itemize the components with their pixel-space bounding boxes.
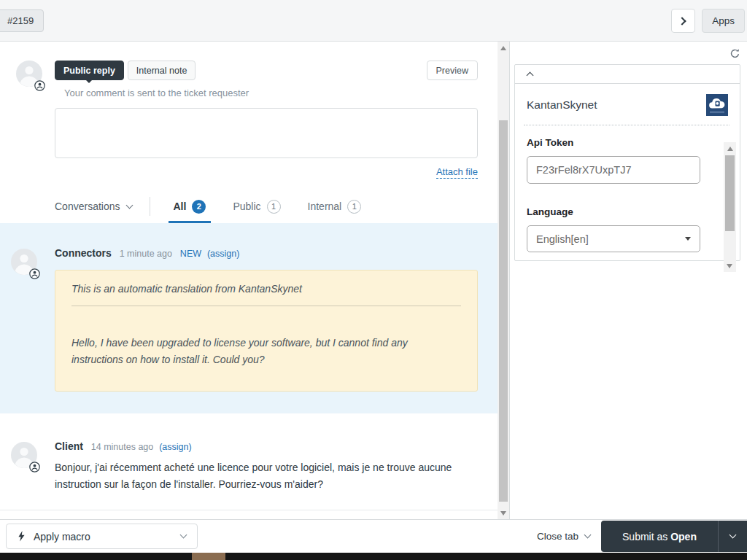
filter-internal[interactable]: Internal 1 <box>308 190 362 223</box>
content-area: Public reply Internal note Preview Your … <box>0 42 747 519</box>
submit-status: Open <box>670 531 697 542</box>
close-tab-label: Close tab <box>537 531 578 542</box>
chevron-right-icon <box>678 17 686 25</box>
translation-note: This is an automatic translation from Ka… <box>71 283 461 295</box>
preview-button[interactable]: Preview <box>427 61 478 80</box>
apply-macro-label: Apply macro <box>34 531 90 542</box>
scrollbar-thumb[interactable] <box>499 120 508 502</box>
composer-body: Public reply Internal note Preview Your … <box>55 61 478 178</box>
filter-public[interactable]: Public 1 <box>233 190 280 223</box>
divider <box>150 197 150 216</box>
filter-public-count-badge: 1 <box>267 200 281 214</box>
message-time: 1 minute ago <box>120 249 172 259</box>
expand-apps-button[interactable] <box>671 9 695 33</box>
refresh-icon[interactable] <box>729 48 740 62</box>
message-header: Client 14 minutes ago (assign) <box>55 440 478 454</box>
attach-row: Attach file <box>55 165 478 178</box>
topbar-actions: Apps <box>671 9 745 33</box>
conversations-filter-bar: Conversations All 2 Public 1 Internal <box>0 190 498 223</box>
top-bar: #2159 Apps <box>0 0 747 42</box>
conversations-dropdown[interactable]: Conversations <box>55 201 132 212</box>
message-text: Bonjour, j'ai récemment acheté une licen… <box>55 459 478 492</box>
comment-textarea[interactable] <box>55 108 478 158</box>
app-fields: Api Token Language English[en] <box>524 125 729 252</box>
submit-options-button[interactable] <box>718 521 747 552</box>
filter-tabs: All 2 Public 1 Internal 1 <box>174 190 362 223</box>
attach-file-link[interactable]: Attach file <box>436 166 478 179</box>
composer-hint: Your comment is sent to the ticket reque… <box>64 88 478 98</box>
scroll-up-arrow-icon[interactable] <box>727 147 733 151</box>
close-tab-dropdown[interactable]: Close tab <box>537 531 590 542</box>
end-user-badge-icon <box>29 268 40 279</box>
tab-public-reply[interactable]: Public reply <box>55 61 124 80</box>
panel-body: KantanSkynet Api Token Lang <box>515 84 740 252</box>
select-arrow-icon <box>685 237 691 241</box>
kantanskynet-panel: KantanSkynet Api Token Lang <box>514 64 740 261</box>
apps-button[interactable]: Apps <box>702 9 745 33</box>
chevron-down-icon <box>729 532 737 539</box>
message-author: Client <box>55 440 83 452</box>
filter-all-count-badge: 2 <box>192 200 206 214</box>
assign-link[interactable]: (assign) <box>159 442 191 452</box>
scrollbar-thumb[interactable] <box>725 155 735 231</box>
scroll-down-arrow-icon[interactable] <box>500 511 506 516</box>
divider <box>71 306 461 306</box>
end-user-badge-icon <box>29 462 40 472</box>
tab-internal-note[interactable]: Internal note <box>128 61 196 80</box>
message-author: Connectors <box>55 247 112 259</box>
filter-all[interactable]: All 2 <box>174 190 206 223</box>
panel-scrollbar[interactable] <box>724 142 736 272</box>
filter-public-label: Public <box>233 201 260 212</box>
filter-all-label: All <box>174 201 187 212</box>
reply-composer: Public reply Internal note Preview Your … <box>0 42 498 178</box>
scroll-down-arrow-icon[interactable] <box>727 264 732 268</box>
submit-as-open-button[interactable]: Submit as Open <box>601 521 718 552</box>
kantanskynet-logo-icon <box>706 94 728 116</box>
lightning-icon <box>18 531 26 542</box>
message-body: Connectors 1 minute ago NEW (assign) Thi… <box>55 247 478 392</box>
footer-actions: Close tab Submit as Open <box>537 521 747 552</box>
main-scrollbar[interactable] <box>498 42 509 519</box>
message-header: Connectors 1 minute ago NEW (assign) <box>55 247 478 260</box>
message-connectors: Connectors 1 minute ago NEW (assign) Thi… <box>0 223 498 413</box>
connectors-avatar <box>11 249 37 275</box>
submit-prefix: Submit as <box>622 531 667 542</box>
new-badge: NEW <box>180 249 201 259</box>
api-token-label: Api Token <box>527 137 700 148</box>
taskbar-segment <box>192 553 225 560</box>
scroll-up-arrow-icon[interactable] <box>500 46 506 50</box>
app-title: KantanSkynet <box>527 98 597 112</box>
bottom-taskbar-strip <box>0 553 747 560</box>
ticket-footer: Apply macro Close tab Submit as Open <box>0 519 747 553</box>
apps-sidebar: KantanSkynet Api Token Lang <box>509 42 747 519</box>
ticket-main-pane: Public reply Internal note Preview Your … <box>0 42 498 519</box>
api-token-input[interactable] <box>527 156 700 184</box>
client-avatar <box>11 442 37 468</box>
filter-internal-label: Internal <box>308 201 342 212</box>
agent-avatar <box>16 61 42 87</box>
conversations-label: Conversations <box>55 201 120 212</box>
translation-box: This is an automatic translation from Ka… <box>55 270 478 392</box>
end-user-badge-icon <box>34 80 45 91</box>
submit-split-button: Submit as Open <box>601 521 747 552</box>
composer-tabs: Public reply Internal note Preview <box>55 61 478 80</box>
assign-link[interactable]: (assign) <box>207 249 239 259</box>
message-time: 14 minutes ago <box>91 442 153 452</box>
message-body: Client 14 minutes ago (assign) Bonjour, … <box>55 440 478 492</box>
app-title-row: KantanSkynet <box>524 94 729 125</box>
language-label: Language <box>527 206 700 217</box>
language-select[interactable]: English[en] <box>527 225 700 252</box>
translated-text: Hello, I have been upgraded to license y… <box>71 335 461 368</box>
chevron-down-icon <box>180 532 187 539</box>
apply-macro-dropdown[interactable]: Apply macro <box>6 524 198 549</box>
language-selected-value: English[en] <box>536 233 589 245</box>
ticket-tab[interactable]: #2159 <box>0 9 44 32</box>
chevron-up-icon <box>527 72 534 79</box>
ticket-screen: #2159 Apps <box>0 0 747 560</box>
chevron-down-icon <box>125 201 133 209</box>
filter-internal-count-badge: 1 <box>347 200 361 214</box>
chevron-down-icon <box>584 532 592 539</box>
panel-collapse-header[interactable] <box>515 65 740 84</box>
message-client: Client 14 minutes ago (assign) Bonjour, … <box>0 413 498 510</box>
